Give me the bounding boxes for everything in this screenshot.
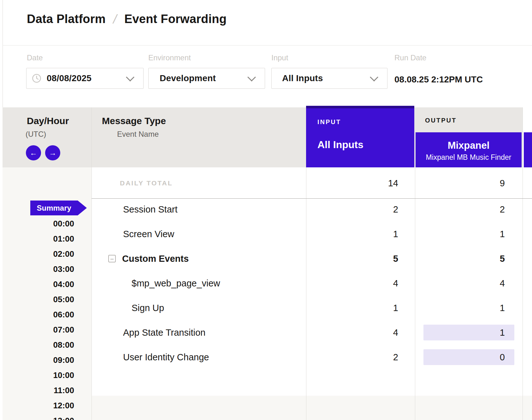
summary-flag[interactable]: Summary <box>30 201 87 215</box>
hour-item[interactable]: 11:00 <box>19 383 74 398</box>
output-count: 1 <box>416 303 505 313</box>
page-title: Event Forwarding <box>124 12 227 26</box>
input-dropdown[interactable]: All Inputs <box>271 68 387 89</box>
date-label: Date <box>27 53 43 62</box>
input-count: 2 <box>306 204 398 215</box>
output-count: 5 <box>416 254 505 264</box>
hour-item[interactable]: 08:00 <box>19 337 74 352</box>
input-column-group-label: INPUT <box>317 118 414 126</box>
input-count: 2 <box>306 352 398 363</box>
daily-total-label: DAILY TOTAL <box>120 179 173 187</box>
event-label: Custom Events <box>122 254 189 264</box>
breadcrumb-separator: / <box>112 12 118 26</box>
output-count: 2 <box>416 204 505 215</box>
prev-day-button[interactable]: ← <box>26 145 41 160</box>
hour-item[interactable]: 07:00 <box>19 322 74 337</box>
hour-item[interactable]: 03:00 <box>19 261 74 277</box>
output-count: 0 <box>416 352 505 363</box>
hour-item[interactable]: 13:00 <box>19 413 74 420</box>
arrow-left-icon: ← <box>30 148 37 157</box>
output-count: 4 <box>416 278 505 289</box>
hour-item[interactable]: 04:00 <box>19 277 74 292</box>
header-divider <box>3 45 532 45</box>
table-row: Screen View 1 1 <box>92 222 532 246</box>
run-date-label: Run Date <box>394 53 426 62</box>
hour-item[interactable]: 02:00 <box>19 246 74 261</box>
hour-list: 00:00 01:00 02:00 03:00 04:00 05:00 06:0… <box>19 216 74 420</box>
input-count: 4 <box>306 327 398 338</box>
date-dropdown[interactable]: 08/08/2025 <box>26 68 144 89</box>
output-column-name: Mixpanel <box>416 140 522 151</box>
input-count: 4 <box>306 278 398 289</box>
hour-item[interactable]: 00:00 <box>19 216 74 231</box>
chevron-down-icon <box>370 73 378 81</box>
day-hour-subtitle: (UTC) <box>26 130 46 139</box>
message-type-header: Message Type <box>102 116 166 126</box>
input-column-header[interactable]: INPUT All Inputs <box>306 106 414 167</box>
chevron-down-icon <box>126 73 134 81</box>
summary-label: Summary <box>30 204 78 213</box>
input-value: All Inputs <box>282 73 323 83</box>
table-row: App State Transition 4 1 <box>92 320 532 345</box>
event-label: Session Start <box>123 204 177 215</box>
collapse-icon[interactable]: – <box>108 255 116 262</box>
hour-item[interactable]: 10:00 <box>19 368 74 383</box>
hour-item[interactable]: 05:00 <box>19 292 74 307</box>
output-column-next-partial[interactable] <box>524 132 532 167</box>
next-day-button[interactable]: → <box>45 145 60 160</box>
event-label: Sign Up <box>132 303 164 313</box>
output-group-label: OUTPUT <box>425 117 457 124</box>
input-count: 5 <box>306 254 398 264</box>
output-count: 1 <box>416 229 505 239</box>
input-column-selected-strip <box>306 106 414 108</box>
event-label: $mp_web_page_view <box>132 278 220 289</box>
input-count: 1 <box>306 229 398 239</box>
daily-total-row: DAILY TOTAL 14 9 <box>92 167 532 199</box>
table-row: User Identity Change 2 0 <box>92 345 532 369</box>
arrow-right-icon: → <box>49 148 56 157</box>
run-date-value: 08.08.25 2:12PM UTC <box>394 75 483 85</box>
table-row: Sign Up 1 1 <box>92 296 532 320</box>
daily-total-input-value: 14 <box>306 178 398 189</box>
event-label: App State Transition <box>123 327 205 338</box>
hour-item[interactable]: 06:00 <box>19 307 74 322</box>
environment-dropdown[interactable]: Development <box>148 68 265 89</box>
clock-icon <box>32 74 41 83</box>
chevron-down-icon <box>247 73 256 81</box>
breadcrumb-section[interactable]: Data Platform <box>27 12 106 26</box>
input-column-name: All Inputs <box>317 139 414 151</box>
date-value: 08/08/2025 <box>47 73 92 83</box>
input-label: Input <box>271 53 288 62</box>
input-count: 1 <box>306 303 398 313</box>
hour-item[interactable]: 09:00 <box>19 352 74 368</box>
table-row: $mp_web_page_view 4 4 <box>92 271 532 296</box>
event-label: User Identity Change <box>123 352 209 363</box>
output-column-subtitle: Mixpanel MB Music Finder <box>416 153 522 162</box>
hour-item[interactable]: 01:00 <box>19 231 74 246</box>
breadcrumb: Data Platform / Event Forwarding <box>27 12 227 26</box>
output-count: 1 <box>416 327 505 338</box>
table-row: – Custom Events 5 5 <box>92 246 532 271</box>
environment-label: Environment <box>148 53 191 62</box>
output-column-header[interactable]: Mixpanel Mixpanel MB Music Finder <box>416 132 522 167</box>
event-label: Screen View <box>123 229 174 239</box>
event-forwarding-page: Data Platform / Event Forwarding Date 08… <box>0 0 532 420</box>
day-hour-header: Day/Hour <box>27 116 69 126</box>
table-row: Session Start 2 2 <box>92 197 532 222</box>
daily-total-output-value: 9 <box>416 178 505 189</box>
message-type-subtitle: Event Name <box>117 130 159 139</box>
environment-value: Development <box>160 73 216 83</box>
hour-item[interactable]: 12:00 <box>19 398 74 413</box>
